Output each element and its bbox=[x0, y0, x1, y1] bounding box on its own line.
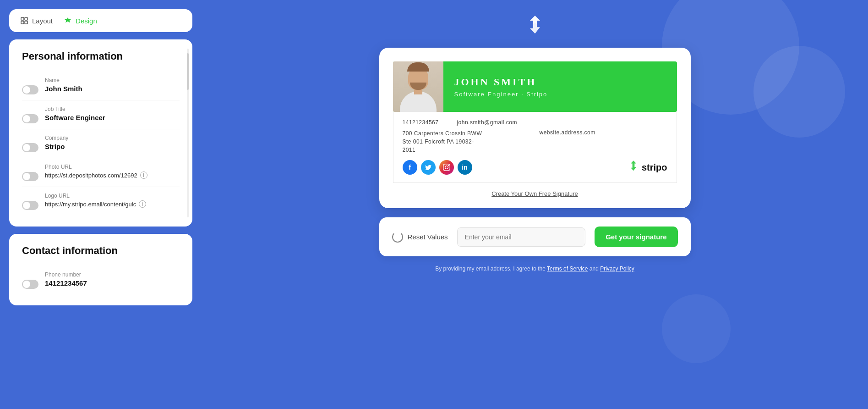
sig-contact-row: 14121234567 john.smith@gmail.com bbox=[403, 119, 667, 126]
sig-address-line2: Ste 001 Folcroft PA 19032- bbox=[403, 138, 530, 146]
tabs-card: Layout Design bbox=[9, 9, 192, 32]
sig-body: 14121234567 john.smith@gmail.com 700 Car… bbox=[393, 112, 677, 183]
tab-layout-label: Layout bbox=[32, 17, 53, 25]
sig-email: john.smith@gmail.com bbox=[457, 119, 517, 126]
field-content-phone: Phone number 14121234567 bbox=[45, 271, 180, 287]
reset-icon bbox=[392, 232, 403, 243]
field-label-logo-url: Logo URL bbox=[45, 193, 180, 199]
sig-photo bbox=[393, 61, 443, 112]
linkedin-social-icon[interactable]: in bbox=[458, 160, 472, 175]
sig-name-area: JOHN SMITH Software Engineer · Stripo bbox=[443, 61, 677, 112]
sig-header: JOHN SMITH Software Engineer · Stripo bbox=[393, 61, 677, 112]
field-value-job-title: Software Engineer bbox=[45, 114, 180, 122]
photo-url-text: https://st.depositphotos.com/12692 bbox=[45, 172, 137, 179]
sig-social-icons: f in bbox=[403, 160, 472, 175]
legal-prefix: By providing my email address, I agree t… bbox=[435, 265, 546, 272]
tab-design-label: Design bbox=[76, 17, 97, 25]
sig-address: 700 Carpenters Crossin BWW Ste 001 Folcr… bbox=[403, 129, 530, 154]
scrollbar-track[interactable] bbox=[187, 49, 189, 217]
svg-rect-0 bbox=[21, 17, 24, 20]
field-label-name: Name bbox=[45, 77, 180, 83]
field-label-company: Company bbox=[45, 135, 180, 141]
scrollbar-thumb bbox=[187, 53, 189, 90]
field-row-name: Name John Smith bbox=[22, 72, 180, 100]
photo-url-info-icon[interactable]: i bbox=[140, 171, 147, 179]
personal-info-title: Personal information bbox=[22, 50, 180, 62]
stripo-logo bbox=[524, 14, 546, 37]
reset-button[interactable]: Reset Values bbox=[392, 232, 448, 243]
field-content-job-title: Job Title Software Engineer bbox=[45, 106, 180, 122]
sig-phone: 14121234567 bbox=[403, 119, 439, 126]
sig-logo-text: stripo bbox=[642, 162, 667, 173]
field-content-photo-url: Photo URL https://st.depositphotos.com/1… bbox=[45, 164, 180, 179]
sig-title: Software Engineer · Stripo bbox=[454, 91, 666, 98]
toggle-logo-url[interactable] bbox=[22, 201, 38, 210]
contact-info-title: Contact information bbox=[22, 245, 180, 257]
field-label-phone: Phone number bbox=[45, 271, 180, 278]
svg-rect-2 bbox=[21, 21, 24, 24]
cta-card: Reset Values Get your signature bbox=[379, 217, 691, 256]
field-value-phone: 14121234567 bbox=[45, 279, 180, 287]
toggle-name[interactable] bbox=[22, 85, 38, 94]
field-row-logo-url: Logo URL https://my.stripo.email/content… bbox=[22, 187, 180, 216]
tab-design[interactable]: Design bbox=[64, 17, 97, 25]
cta-legal: By providing my email address, I agree t… bbox=[379, 265, 691, 272]
sig-address-line3: 2011 bbox=[403, 146, 530, 154]
field-content-name: Name John Smith bbox=[45, 77, 180, 93]
svg-rect-3 bbox=[25, 21, 27, 24]
sig-create-link[interactable]: Create Your Own Free Signature bbox=[393, 190, 677, 197]
svg-rect-1 bbox=[25, 17, 27, 20]
instagram-social-icon[interactable] bbox=[439, 160, 454, 175]
photo-art bbox=[393, 61, 443, 112]
field-row-company: Company Stripo bbox=[22, 129, 180, 158]
right-panel: JOHN SMITH Software Engineer · Stripo 14… bbox=[202, 0, 868, 409]
field-value-logo-url: https://my.stripo.email/content/guic i bbox=[45, 200, 180, 208]
terms-link[interactable]: Terms of Service bbox=[547, 265, 588, 272]
field-value-photo-url: https://st.depositphotos.com/12692 i bbox=[45, 171, 180, 179]
sig-address-line1: 700 Carpenters Crossin BWW bbox=[403, 129, 530, 138]
facebook-social-icon[interactable]: f bbox=[403, 160, 417, 175]
sig-name: JOHN SMITH bbox=[454, 76, 666, 88]
sig-logo-icon bbox=[628, 160, 639, 175]
get-signature-button[interactable]: Get your signature bbox=[595, 227, 677, 247]
personal-info-section: Personal information Name John Smith Job… bbox=[9, 39, 192, 227]
privacy-link[interactable]: Privacy Policy bbox=[600, 265, 634, 272]
design-icon bbox=[64, 17, 72, 25]
sig-footer-row: f in bbox=[403, 160, 667, 175]
toggle-phone[interactable] bbox=[22, 280, 38, 289]
left-panel: Layout Design Personal information bbox=[0, 0, 202, 409]
field-content-logo-url: Logo URL https://my.stripo.email/content… bbox=[45, 193, 180, 208]
field-row-job-title: Job Title Software Engineer bbox=[22, 100, 180, 129]
toggle-photo-url[interactable] bbox=[22, 172, 38, 181]
toggle-company[interactable] bbox=[22, 143, 38, 152]
field-label-job-title: Job Title bbox=[45, 106, 180, 112]
legal-middle: and bbox=[590, 265, 600, 272]
signature-card: JOHN SMITH Software Engineer · Stripo 14… bbox=[379, 48, 691, 208]
twitter-social-icon[interactable] bbox=[421, 160, 436, 175]
field-label-photo-url: Photo URL bbox=[45, 164, 180, 170]
sig-website: website.address.com bbox=[540, 129, 667, 154]
email-input[interactable] bbox=[457, 227, 586, 247]
layout-icon bbox=[20, 17, 28, 25]
sig-address-row: 700 Carpenters Crossin BWW Ste 001 Folcr… bbox=[403, 129, 667, 154]
reset-label: Reset Values bbox=[408, 233, 448, 241]
logo-area bbox=[524, 9, 546, 39]
field-row-photo-url: Photo URL https://st.depositphotos.com/1… bbox=[22, 158, 180, 187]
logo-url-text: https://my.stripo.email/content/guic bbox=[45, 201, 136, 208]
sig-logo-area: stripo bbox=[628, 160, 667, 175]
field-value-company: Stripo bbox=[45, 143, 180, 150]
field-row-phone: Phone number 14121234567 bbox=[22, 266, 180, 294]
contact-info-section: Contact information Phone number 1412123… bbox=[9, 234, 192, 305]
toggle-job-title[interactable] bbox=[22, 114, 38, 123]
field-value-name: John Smith bbox=[45, 85, 180, 93]
tab-layout[interactable]: Layout bbox=[20, 17, 53, 25]
field-content-company: Company Stripo bbox=[45, 135, 180, 150]
logo-url-info-icon[interactable]: i bbox=[139, 200, 146, 208]
